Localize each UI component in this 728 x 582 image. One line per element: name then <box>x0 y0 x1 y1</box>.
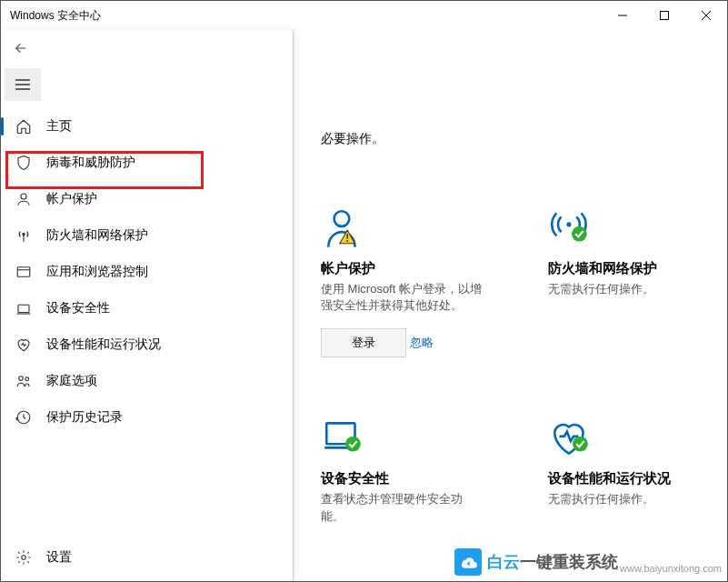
nav-label: 应用和浏览器控制 <box>46 264 148 280</box>
hamburger-button[interactable] <box>5 68 41 101</box>
svg-rect-11 <box>18 305 29 312</box>
card-perf-icon <box>548 412 712 465</box>
svg-point-17 <box>334 211 350 226</box>
nav-label: 防火墙和网络保护 <box>46 227 148 244</box>
maximize-button[interactable] <box>643 1 685 30</box>
nav-home[interactable]: 主页 <box>1 108 293 145</box>
partial-text: 必要操作。 <box>321 131 727 147</box>
card-account-icon <box>321 202 484 255</box>
svg-rect-1 <box>661 12 669 20</box>
card-firewall: 防火墙和网络保护 无需执行任何操作。 <box>548 202 712 357</box>
watermark: 白云 一键重装系统 www.baiyunxitong.com <box>454 548 722 576</box>
watermark-logo-icon <box>454 548 482 576</box>
card-title: 防火墙和网络保护 <box>548 260 712 277</box>
nav-label: 家庭选项 <box>46 373 97 389</box>
nav-settings[interactable]: 设置 <box>1 539 293 576</box>
antenna-icon <box>14 227 34 244</box>
nav-label: 帐户保护 <box>46 191 97 207</box>
svg-point-24 <box>345 436 361 452</box>
nav: 主页 病毒和威胁防护 帐户保护 防火墙和网络保护 应用和浏览器控制 设备安全性 <box>1 108 293 436</box>
svg-point-14 <box>25 377 29 381</box>
nav-history[interactable]: 保护历史记录 <box>1 399 293 436</box>
watermark-url: www.baiyunxitong.com <box>620 563 722 574</box>
chip-icon <box>14 300 34 316</box>
nav-label: 主页 <box>46 118 72 135</box>
svg-point-7 <box>21 194 26 199</box>
back-button[interactable] <box>1 30 41 66</box>
nav-app[interactable]: 应用和浏览器控制 <box>1 254 293 290</box>
card-title: 帐户保护 <box>321 260 484 277</box>
svg-point-20 <box>566 222 571 226</box>
minimize-button[interactable] <box>602 1 643 30</box>
card-desc: 查看状态并管理硬件安全功能。 <box>321 491 484 524</box>
nav-label: 病毒和威胁防护 <box>46 155 135 171</box>
family-icon <box>14 373 34 389</box>
nav-settings-row: 设置 <box>1 539 293 576</box>
shield-icon <box>14 155 34 171</box>
card-desc: 使用 Microsoft 帐户登录，以增强安全性并获得其他好处。 <box>321 281 484 314</box>
titlebar: Windows 安全中心 <box>1 1 727 30</box>
window-title: Windows 安全中心 <box>10 8 101 24</box>
watermark-tagline: 一键重装系统 <box>520 551 618 573</box>
cards: 帐户保护 使用 Microsoft 帐户登录，以增强安全性并获得其他好处。 登录… <box>321 202 727 579</box>
card-perf: 设备性能和运行状况 无需执行任何操作。 <box>548 412 712 524</box>
window-controls <box>602 1 727 30</box>
window-icon <box>14 264 34 280</box>
nav-virus[interactable]: 病毒和威胁防护 <box>1 145 293 181</box>
close-button[interactable] <box>685 1 727 30</box>
svg-point-19 <box>346 240 348 242</box>
svg-point-25 <box>573 436 588 452</box>
card-firewall-icon <box>548 202 712 255</box>
nav-family[interactable]: 家庭选项 <box>1 363 293 399</box>
window: Windows 安全中心 主页 病毒和威胁防护 帐户保 <box>0 0 728 582</box>
nav-perf[interactable]: 设备性能和运行状况 <box>1 326 293 363</box>
svg-point-8 <box>23 233 25 235</box>
nav-account[interactable]: 帐户保护 <box>1 181 293 217</box>
card-account: 帐户保护 使用 Microsoft 帐户登录，以增强安全性并获得其他好处。 登录… <box>321 202 484 357</box>
nav-label: 设置 <box>46 549 72 566</box>
card-desc: 无需执行任何操作。 <box>548 281 712 297</box>
nav-device[interactable]: 设备安全性 <box>1 290 293 326</box>
card-desc: 无需执行任何操作。 <box>548 491 712 507</box>
gear-icon <box>14 549 34 566</box>
svg-point-16 <box>22 556 26 560</box>
person-icon <box>14 191 34 207</box>
watermark-brand: 白云 <box>487 551 520 573</box>
card-title: 设备性能和运行状况 <box>548 470 712 487</box>
ignore-link[interactable]: 忽略 <box>410 335 434 351</box>
content: 必要操作。 帐户保护 使用 Microsoft 帐户登录，以增强安全性并获得其他… <box>294 30 727 581</box>
card-device: 设备安全性 查看状态并管理硬件安全功能。 <box>321 412 484 524</box>
card-title: 设备安全性 <box>321 470 484 487</box>
heart-icon <box>14 336 34 353</box>
history-icon <box>14 409 34 426</box>
svg-rect-9 <box>17 267 30 277</box>
home-icon <box>14 118 34 135</box>
sidebar: 主页 病毒和威胁防护 帐户保护 防火墙和网络保护 应用和浏览器控制 设备安全性 <box>1 30 294 581</box>
nav-label: 设备安全性 <box>46 300 110 316</box>
card-device-icon <box>321 412 484 465</box>
svg-point-21 <box>572 226 587 242</box>
login-button[interactable]: 登录 <box>321 328 406 357</box>
svg-point-13 <box>19 376 24 381</box>
nav-label: 设备性能和运行状况 <box>46 336 161 353</box>
nav-firewall[interactable]: 防火墙和网络保护 <box>1 217 293 254</box>
nav-label: 保护历史记录 <box>46 409 123 426</box>
